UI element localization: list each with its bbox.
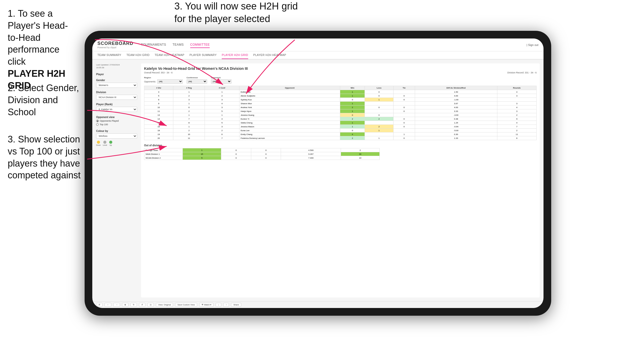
step3-bottom-text: 3. Show selection vs Top 100 or just pla… [8,133,82,181]
opponents-select[interactable]: (All) [157,79,183,84]
gender-select[interactable]: Women's Men's [96,83,137,88]
step2-block: 2. Select Gender, Division and School [8,82,82,118]
grid-title: Katelyn Vo Head-to-Head Grid for Women's… [144,66,537,71]
colour-section: Colour by Win/loss Down Level [96,130,137,146]
table-row: Foreign Team 1 0 0 4.500 2 [144,148,380,152]
player-rank-select[interactable]: 8. Katelyn Vo [96,107,137,112]
step2-line1: 2. Select Gender, [8,83,79,93]
overall-record-value: 353 - 34 - 6 [161,71,173,74]
step3-bottom-block: 3. Show selection vs Top 100 or just pla… [8,133,82,181]
toolbar-download[interactable]: ↓ [216,303,221,307]
division-record-value: 331 - 34 - 6 [525,71,537,74]
legend-level: Level [103,141,107,146]
step1-block: 1. To see a Player's Head- to-Head perfo… [8,8,77,92]
toolbar-undo[interactable]: ↺ [96,303,103,307]
cell-win: 1 [340,90,365,94]
sub-nav: TEAM SUMMARY TEAM H2H GRID TEAM H2H HEAT… [92,51,544,60]
sub-nav-team-h2h-heatmap[interactable]: TEAM H2H HEATMAP [155,51,184,59]
toolbar-back[interactable]: ← [105,303,111,307]
division-section: Division NCAA Division III NCAA Division… [96,91,137,100]
table-row: 3 1 1 Esther Lee 1 0 1.50 4 [144,90,537,94]
radio-opponents-played[interactable]: Opponents Played [96,120,137,122]
region-filter-group: Region Opponents: (All) [144,76,183,84]
radio-top100-label: Top 100 [100,123,108,126]
toolbar-clock[interactable]: ◷ [147,303,154,307]
opponent-select[interactable]: (All) [211,79,232,84]
division-label: Division [96,91,137,94]
last-updated: Last Updated: 27/03/2024 16:55:38 [96,63,137,69]
cell-loss: 0 [365,90,393,94]
cell-conf: 1 [205,90,239,94]
sub-nav-team-h2h-grid[interactable]: TEAM H2H GRID [126,51,149,59]
radio-top100[interactable]: Top 100 [96,123,137,126]
toolbar-share[interactable]: Share [231,303,241,307]
step2-line2: Division and [8,95,58,105]
division-record-label: Division Record: [507,71,524,74]
col-win: Win [340,86,365,90]
header-row: # Div # Reg # Conf Opponent Win Loss Tie… [144,86,537,90]
toolbar-refresh[interactable]: ↻ [130,303,137,307]
table-row: NCAA Division 2 5 0 0 7.400 10 [144,156,380,160]
out-of-division: Out of division Foreign Team 1 0 0 4.500… [144,144,537,160]
toolbar-upload[interactable]: ↑ [223,303,229,307]
step3-top-text: 3. You will now see H2H grid for the pla… [174,0,303,25]
toolbar-add[interactable]: ⊕ [122,303,128,307]
toolbar-forward[interactable]: → [113,303,120,307]
main-content: Last Updated: 27/03/2024 16:55:38 Player… [92,60,544,301]
step2-line3: School [8,107,36,117]
overall-record-label: Overall Record: [144,71,160,74]
col-loss: Loss [365,86,393,90]
toolbar-save-custom[interactable]: Save Custom View [175,303,197,307]
table-row: 1474 Eunice Yi 220 0.389 [144,117,537,121]
radio-top100-dot [96,123,99,126]
conference-filter-label: Conference [187,76,207,79]
division-select[interactable]: NCAA Division III NCAA Division I NCAA D… [96,95,137,100]
table-row: 1822 Euna Lee 01 -5.002 [144,129,537,132]
radio-opponents-label: Opponents Played [100,120,119,122]
step1-line2: to-Head performance click [8,32,59,67]
conference-select[interactable]: (All) [187,79,207,84]
cell-diff: 1.50 [415,90,497,94]
toolbar-view-original[interactable]: View: Original [156,303,173,307]
nav-sign-out[interactable]: | Sign out [527,43,538,46]
division-record: Division Record: 331 - 34 - 6 [507,71,537,74]
step3-top-block: 3. You will now see H2H grid for the pla… [174,0,303,25]
sub-nav-team-summary[interactable]: TEAM SUMMARY [97,51,121,59]
filter-row: Region Opponents: (All) Conference [144,76,537,84]
nav-tournaments[interactable]: TOURNAMENTS [141,42,166,48]
table-row: 914 Sharon Mun 1 3.673 [144,102,537,105]
step3-top-line2: for the player selected [174,13,270,24]
legend: Down Level Up [96,141,137,146]
toolbar-undo2[interactable]: ↺ [139,303,145,307]
table-row: 633 Sydney Kuo 010 -1.00 [144,98,537,102]
opponent-filter-label: Opponent [211,76,232,79]
player-label: Player [96,73,137,76]
colour-select[interactable]: Win/loss [96,133,137,139]
logo-area: SCOREBOARD Powered by clippd [97,41,133,49]
table-row: 522 Alexis Sudjianto 100 4.003 [144,94,537,98]
col-div: # Div [144,86,173,90]
legend-down-label: Down [96,144,101,146]
table-row: 1613 Jessica Mason 120 -0.947 [144,125,537,129]
legend-up: Up [109,141,112,146]
sub-nav-player-summary[interactable]: PLAYER SUMMARY [189,51,217,59]
toolbar-watch[interactable]: 👁 Watch ▾ [199,303,214,307]
sub-nav-player-h2h-grid[interactable]: PLAYER H2H GRID [222,51,248,59]
step3-bottom-line1: 3. Show selection [8,134,80,144]
logo-sub: Powered by clippd [97,46,133,49]
radio-opponents-dot [96,120,99,122]
step3-top-line1: 3. You will now see H2H grid [174,1,298,12]
cell-div: 3 [144,90,173,94]
out-of-division-body: Foreign Team 1 0 0 4.500 2 NAIA Division… [144,148,380,160]
gender-section: Gender Women's Men's [96,79,137,88]
out-of-division-title: Out of division [144,144,537,147]
nav-teams[interactable]: TEAMS [173,42,184,48]
region-filter-label: Region [144,76,183,79]
col-conf: # Conf [205,86,239,90]
tablet-screen: SCOREBOARD Powered by clippd TOURNAMENTS… [92,38,544,308]
sub-nav-player-h2h-heatmap[interactable]: PLAYER H2H HEATMAP [253,51,286,59]
legend-up-label: Up [109,144,112,146]
legend-down: Down [96,141,101,146]
nav-items: TOURNAMENTS TEAMS COMMITTEE [141,42,527,48]
nav-committee[interactable]: COMMITTEE [190,42,210,48]
